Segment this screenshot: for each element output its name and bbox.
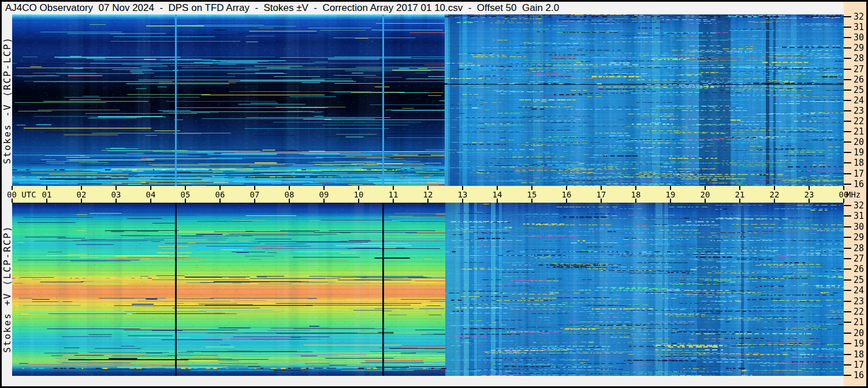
hour-tick — [843, 199, 844, 203]
plot-area: AJ4CO Observatory 07 Nov 2024 - DPS on T… — [2, 2, 866, 386]
hour-tick — [809, 186, 810, 190]
hour-tick — [254, 186, 255, 190]
freq-tick-line — [844, 268, 851, 270]
hour-label: 14 — [489, 190, 506, 199]
hour-tick — [635, 199, 636, 203]
freq-tick-line — [844, 162, 851, 163]
freq-tick-line — [844, 364, 851, 365]
hour-label: 20 — [696, 190, 714, 199]
frequency-scale-bottom: 3231302928272625242322212019181716 — [844, 203, 866, 376]
freq-tick-line — [844, 37, 851, 38]
hour-tick — [462, 186, 463, 190]
freq-tick-line — [844, 27, 851, 28]
hour-tick — [497, 186, 498, 190]
hour-tick — [150, 199, 151, 203]
hour-tick — [739, 186, 740, 190]
hour-label: 15 — [523, 190, 541, 199]
freq-tick-line — [844, 375, 851, 376]
hour-label: 09 — [315, 190, 333, 199]
hour-tick — [116, 186, 117, 190]
freq-tick-line — [844, 226, 851, 227]
freq-tick-line — [844, 290, 851, 291]
hour-tick — [150, 186, 151, 190]
freq-tick-line — [844, 110, 851, 111]
title-bar: AJ4CO Observatory 07 Nov 2024 - DPS on T… — [2, 2, 844, 14]
hour-tick — [462, 199, 463, 203]
freq-tick-line — [844, 248, 851, 249]
hour-label: 04 — [142, 190, 159, 199]
hour-tick — [358, 186, 359, 190]
y-axis-label-top: Stokes -V (RCP-LCP) — [2, 14, 12, 186]
hour-tick — [670, 186, 671, 190]
frequency-scale-top: 3231302928272625242322212019181716 — [844, 14, 866, 186]
hour-label: 17 — [593, 190, 610, 199]
time-axis: 00 UTC 010203040506070809101112131415161… — [12, 186, 844, 203]
hour-tick — [12, 199, 13, 203]
hour-tick — [46, 186, 47, 190]
hour-tick — [81, 199, 82, 203]
page-title: AJ4CO Observatory 07 Nov 2024 - DPS on T… — [5, 2, 559, 14]
hour-label: 06 — [211, 190, 229, 199]
freq-tick-line — [844, 69, 851, 70]
hour-tick — [601, 186, 602, 190]
hour-tick — [705, 186, 706, 190]
freq-tick-line — [844, 131, 851, 132]
freq-tick-line — [844, 311, 851, 312]
hour-label: 16 — [558, 190, 575, 199]
stokes-plus-v-label: Stokes +V (LCP-RCP) — [2, 225, 13, 353]
hour-tick — [566, 186, 567, 190]
freq-tick-line — [844, 354, 851, 355]
hour-tick — [635, 186, 636, 190]
hour-label: 13 — [454, 190, 471, 199]
hour-tick — [531, 199, 532, 203]
hour-tick — [323, 186, 325, 190]
hour-tick — [289, 199, 290, 203]
hour-label: 22 — [766, 190, 783, 199]
frequency-unit-label: MHz — [846, 190, 866, 199]
time-axis-start-label: 00 UTC — [7, 190, 36, 199]
hour-label: 07 — [246, 190, 263, 199]
hour-tick — [566, 199, 567, 203]
hour-tick — [497, 199, 498, 203]
hour-label: 01 — [38, 190, 55, 199]
freq-tick-line — [844, 141, 851, 143]
freq-tick-line — [844, 333, 851, 334]
freq-tick-line — [844, 152, 851, 153]
y-axis-label-bottom: Stokes +V (LCP-RCP) — [2, 203, 12, 376]
hour-label: 05 — [177, 190, 194, 199]
stokes-minus-v-label: Stokes -V (RCP-LCP) — [2, 36, 13, 164]
hour-label: 11 — [385, 190, 402, 199]
freq-tick-line — [844, 89, 851, 91]
hour-tick — [323, 199, 325, 203]
freq-tick-line — [844, 121, 851, 122]
hour-tick — [705, 199, 706, 203]
freq-tick-line — [844, 237, 851, 238]
hour-tick — [185, 186, 186, 190]
freq-tick-line — [844, 100, 851, 101]
freq-tick-line — [844, 215, 851, 217]
hour-tick — [774, 199, 775, 203]
hour-tick — [427, 186, 429, 190]
hour-tick — [46, 199, 47, 203]
freq-tick-line — [844, 258, 851, 259]
hour-tick — [219, 199, 221, 203]
hour-label: 03 — [107, 190, 125, 199]
hour-label: 02 — [73, 190, 90, 199]
freq-tick-line — [844, 47, 851, 48]
hour-label: 10 — [350, 190, 367, 199]
freq-tick-line — [844, 322, 851, 323]
freq-tick-line — [844, 16, 851, 17]
hour-tick — [254, 199, 255, 203]
freq-tick-line — [844, 184, 851, 185]
hour-tick — [12, 186, 13, 190]
hour-tick — [774, 186, 775, 190]
stokes-minus-v-spectrogram — [12, 14, 844, 186]
hour-label: 19 — [662, 190, 679, 199]
hour-tick — [393, 199, 394, 203]
hour-tick — [809, 199, 810, 203]
hour-label: 12 — [419, 190, 437, 199]
hour-label: 08 — [281, 190, 298, 199]
hour-tick — [670, 199, 671, 203]
hour-tick — [393, 186, 394, 190]
hour-tick — [739, 199, 740, 203]
